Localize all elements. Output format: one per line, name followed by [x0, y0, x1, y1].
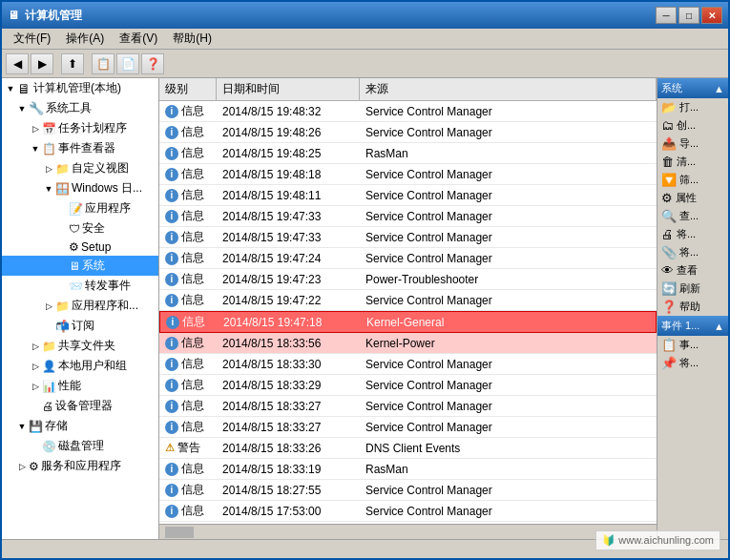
cell-source: RasMan	[360, 143, 657, 163]
right-action-help[interactable]: ❓ 帮助	[657, 298, 728, 316]
right-action-event[interactable]: 📋 事...	[657, 336, 728, 354]
table-row[interactable]: i信息2014/8/15 18:33:19RasMan	[159, 459, 657, 480]
expand-custom[interactable]: ▷	[42, 162, 55, 176]
expand-appsvc[interactable]: ▷	[42, 300, 55, 313]
menu-file[interactable]: 文件(F)	[6, 29, 58, 49]
right-action-properties[interactable]: ⚙ 属性	[657, 189, 728, 207]
level-text: 信息	[181, 124, 204, 140]
level-text: 信息	[181, 461, 204, 477]
app-label: 应用程序	[85, 200, 131, 217]
horizontal-scrollbar[interactable]	[159, 524, 657, 539]
expand-event[interactable]: ▼	[29, 142, 42, 156]
header-level[interactable]: 级别	[159, 78, 217, 100]
right-action-clear[interactable]: 🗑 清...	[657, 153, 728, 171]
right-section1-collapse[interactable]: ▲	[714, 83, 724, 94]
sidebar-item-setup[interactable]: ⚙ Setup	[2, 239, 158, 256]
table-row[interactable]: i信息2014/8/15 19:47:33Service Control Man…	[159, 227, 657, 248]
cell-datetime: 2014/8/15 18:33:29	[217, 375, 360, 395]
right-action-attach3[interactable]: 📌 将...	[657, 354, 728, 372]
show-hide-tree-button[interactable]: 📋	[92, 53, 115, 74]
sidebar-item-windows-log[interactable]: ▼ 🪟 Windows 日...	[2, 178, 158, 198]
sidebar-item-subscriptions[interactable]: 📬 订阅	[2, 316, 158, 336]
sidebar-item-event-viewer[interactable]: ▼ 📋 事件查看器	[2, 138, 158, 158]
attach2-icon: 📎	[661, 245, 677, 259]
table-row[interactable]: i信息2014/8/15 19:48:32Service Control Man…	[159, 101, 657, 122]
table-row[interactable]: i信息2014/8/15 18:33:29Service Control Man…	[159, 375, 657, 396]
table-row[interactable]: i信息2014/8/15 18:27:55Service Control Man…	[159, 480, 657, 501]
cell-datetime: 2014/8/15 19:48:26	[217, 122, 360, 142]
close-button[interactable]: ✕	[701, 7, 722, 24]
table-row[interactable]: i信息2014/8/15 19:47:33Service Control Man…	[159, 206, 657, 227]
warn-icon: ⚠	[165, 442, 175, 454]
sidebar-item-performance[interactable]: ▷ 📊 性能	[2, 376, 158, 396]
sidebar-item-shared-folders[interactable]: ▷ 📁 共享文件夹	[2, 336, 158, 356]
help-toolbar-button[interactable]: ❓	[141, 53, 164, 74]
up-button[interactable]: ⬆	[61, 53, 84, 74]
back-button[interactable]: ◀	[6, 53, 29, 74]
table-row[interactable]: i信息2014/8/15 19:48:25RasMan	[159, 143, 657, 164]
table-row[interactable]: i信息2014/8/15 19:48:26Service Control Man…	[159, 122, 657, 143]
sidebar-root[interactable]: ▼ 🖥 计算机管理(本地)	[2, 78, 158, 98]
table-row[interactable]: i信息2014/8/15 19:47:18Kernel-General	[159, 311, 657, 333]
table-row[interactable]: i信息2014/8/15 19:48:18Service Control Man…	[159, 164, 657, 185]
menu-action[interactable]: 操作(A)	[58, 29, 112, 49]
table-row[interactable]: i信息2014/8/15 18:33:27Service Control Man…	[159, 417, 657, 438]
menu-view[interactable]: 查看(V)	[112, 29, 165, 49]
expand-perf[interactable]: ▷	[29, 380, 42, 393]
menu-help[interactable]: 帮助(H)	[165, 29, 219, 49]
sidebar-item-device-mgr[interactable]: 🖨 设备管理器	[2, 396, 158, 416]
search-icon: 🔍	[661, 209, 677, 223]
table-row[interactable]: i信息2014/8/15 17:53:00Service Control Man…	[159, 501, 657, 522]
table-row[interactable]: ⚠警告2014/8/15 18:33:26DNS Client Events	[159, 438, 657, 459]
sidebar-item-system[interactable]: 🖥 系统	[2, 256, 158, 276]
minimize-button[interactable]: ─	[656, 7, 677, 24]
expand-winlog[interactable]: ▼	[42, 182, 55, 196]
sidebar-item-application[interactable]: 📝 应用程序	[2, 198, 158, 218]
right-action-export[interactable]: 📤 导...	[657, 135, 728, 153]
sidebar-item-disk-mgmt[interactable]: 💿 磁盘管理	[2, 436, 158, 456]
right-action-create[interactable]: 🗂 创...	[657, 116, 728, 135]
properties-button[interactable]: 📄	[116, 53, 139, 74]
header-source[interactable]: 来源	[360, 78, 657, 100]
expand-setup	[55, 240, 69, 254]
header-datetime[interactable]: 日期和时间	[217, 78, 360, 100]
expand-users[interactable]: ▷	[29, 360, 42, 373]
right-action-view[interactable]: 👁 查看	[657, 261, 728, 280]
sidebar-item-custom-views[interactable]: ▷ 📁 自定义视图	[2, 158, 158, 178]
expand-root[interactable]: ▼	[4, 82, 17, 95]
sidebar-item-local-users[interactable]: ▷ 👤 本地用户和组	[2, 356, 158, 376]
sidebar-item-forwarded[interactable]: 📨 转发事件	[2, 276, 158, 296]
sidebar-item-apps-services[interactable]: ▷ 📁 应用程序和...	[2, 296, 158, 316]
info-icon: i	[165, 105, 178, 118]
expand-task[interactable]: ▷	[29, 122, 42, 135]
sidebar-item-task-scheduler[interactable]: ▷ 📅 任务计划程序	[2, 118, 158, 138]
table-row[interactable]: i信息2014/8/15 19:48:11Service Control Man…	[159, 185, 657, 206]
right-section2-collapse[interactable]: ▲	[714, 321, 724, 332]
cell-level: i信息	[159, 480, 217, 500]
scrollbar-thumb-h[interactable]	[165, 527, 194, 538]
expand-shared[interactable]: ▷	[29, 340, 42, 353]
sidebar-item-system-tools[interactable]: ▼ 🔧 系统工具	[2, 98, 158, 118]
right-action-search[interactable]: 🔍 查...	[657, 207, 728, 225]
expand-app	[55, 202, 69, 216]
table-row[interactable]: i信息2014/8/15 18:33:27Service Control Man…	[159, 396, 657, 417]
right-action-attach1[interactable]: 🖨 将...	[657, 225, 728, 243]
table-row[interactable]: i信息2014/8/15 18:33:30Service Control Man…	[159, 354, 657, 375]
expand-svc[interactable]: ▷	[15, 460, 29, 473]
sidebar-item-storage[interactable]: ▼ 💾 存储	[2, 416, 158, 436]
right-action-refresh[interactable]: 🔄 刷新	[657, 280, 728, 298]
sidebar-item-security[interactable]: 🛡 安全	[2, 218, 158, 239]
table-row[interactable]: i信息2014/8/15 18:33:56Kernel-Power	[159, 333, 657, 354]
right-action-filter[interactable]: 🔽 筛...	[657, 171, 728, 189]
expand-system-tools[interactable]: ▼	[15, 102, 29, 115]
maximize-button[interactable]: □	[678, 7, 699, 24]
forward-button[interactable]: ▶	[31, 53, 53, 74]
right-action-open[interactable]: 📂 打...	[657, 98, 728, 116]
table-row[interactable]: i信息2014/8/15 19:47:22Service Control Man…	[159, 290, 657, 311]
table-row[interactable]: i信息2014/8/15 19:47:24Service Control Man…	[159, 248, 657, 269]
info-icon: i	[166, 316, 179, 329]
expand-storage[interactable]: ▼	[15, 420, 29, 433]
sidebar-item-services[interactable]: ▷ ⚙ 服务和应用程序	[2, 456, 158, 476]
right-action-attach2[interactable]: 📎 将...	[657, 243, 728, 261]
table-row[interactable]: i信息2014/8/15 19:47:23Power-Troubleshoote…	[159, 269, 657, 290]
